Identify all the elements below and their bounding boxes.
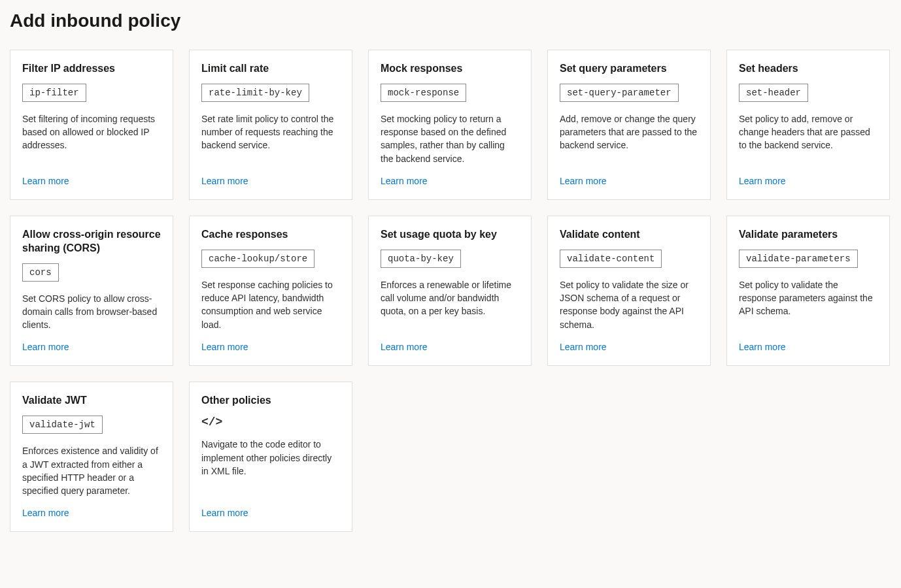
policy-title: Validate JWT <box>22 394 161 408</box>
policy-code-tag: rate-limit-by-key <box>201 84 309 102</box>
policy-title: Set headers <box>739 62 877 76</box>
policy-code-tag: validate-content <box>560 250 662 268</box>
policy-card-limit-call-rate[interactable]: Limit call rate rate-limit-by-key Set ra… <box>189 50 352 200</box>
policy-card-set-usage-quota-by-key[interactable]: Set usage quota by key quota-by-key Enfo… <box>368 216 532 366</box>
policy-description: Navigate to the code editor to implement… <box>201 438 340 497</box>
policy-card-validate-parameters[interactable]: Validate parameters validate-parameters … <box>726 216 890 366</box>
policy-title: Cache responses <box>201 228 340 242</box>
policy-title: Set query parameters <box>560 62 698 76</box>
policy-code-tag: quota-by-key <box>381 250 461 268</box>
policy-description: Set policy to validate the size or JSON … <box>560 278 698 332</box>
policy-description: Set response caching policies to reduce … <box>201 278 340 332</box>
learn-more-link[interactable]: Learn more <box>201 342 340 352</box>
policy-description: Set policy to add, remove or change head… <box>739 112 877 165</box>
policy-card-validate-content[interactable]: Validate content validate-content Set po… <box>547 216 711 366</box>
policy-description: Set filtering of incoming requests based… <box>22 112 161 165</box>
policy-description: Enforces a renewable or lifetime call vo… <box>381 278 519 332</box>
policy-code-tag: cors <box>22 263 59 282</box>
learn-more-link[interactable]: Learn more <box>560 342 698 352</box>
policy-title: Mock responses <box>381 62 519 76</box>
policy-code-tag: set-header <box>739 84 808 102</box>
policy-code-tag: mock-response <box>381 84 466 102</box>
policy-title: Set usage quota by key <box>381 228 519 242</box>
learn-more-link[interactable]: Learn more <box>201 176 340 186</box>
policy-card-set-headers[interactable]: Set headers set-header Set policy to add… <box>726 50 890 200</box>
policy-description: Set CORS policy to allow cross-domain ca… <box>22 292 161 332</box>
policy-code-tag: validate-parameters <box>739 250 858 268</box>
page-title: Add inbound policy <box>10 10 891 31</box>
policy-title: Other policies <box>201 394 340 408</box>
code-editor-icon: </> <box>201 416 340 429</box>
policy-title: Allow cross-origin resource sharing (COR… <box>22 228 161 255</box>
learn-more-link[interactable]: Learn more <box>560 176 698 186</box>
policy-card-filter-ip-addresses[interactable]: Filter IP addresses ip-filter Set filter… <box>10 50 173 200</box>
policy-card-validate-jwt[interactable]: Validate JWT validate-jwt Enforces exist… <box>10 382 173 532</box>
learn-more-link[interactable]: Learn more <box>22 342 161 352</box>
policy-code-tag: validate-jwt <box>22 416 103 434</box>
policy-description: Set rate limit policy to control the num… <box>201 112 340 165</box>
policy-description: Set policy to validate the response para… <box>739 278 877 332</box>
policy-card-cache-responses[interactable]: Cache responses cache-lookup/store Set r… <box>189 216 352 366</box>
policy-code-tag: ip-filter <box>22 84 86 102</box>
policy-card-other-policies[interactable]: Other policies </> Navigate to the code … <box>189 382 352 532</box>
learn-more-link[interactable]: Learn more <box>201 508 340 518</box>
policy-title: Validate content <box>560 228 698 242</box>
policy-description: Enforces existence and validity of a JWT… <box>22 444 161 497</box>
learn-more-link[interactable]: Learn more <box>381 176 519 186</box>
policy-title: Validate parameters <box>739 228 877 242</box>
policy-description: Add, remove or change the query paramete… <box>560 112 698 165</box>
policy-code-tag: set-query-parameter <box>560 84 679 102</box>
policy-card-mock-responses[interactable]: Mock responses mock-response Set mocking… <box>368 50 532 200</box>
policy-description: Set mocking policy to return a response … <box>381 112 519 165</box>
learn-more-link[interactable]: Learn more <box>22 176 161 186</box>
policy-code-tag: cache-lookup/store <box>201 250 314 268</box>
learn-more-link[interactable]: Learn more <box>381 342 519 352</box>
learn-more-link[interactable]: Learn more <box>739 176 877 186</box>
learn-more-link[interactable]: Learn more <box>739 342 877 352</box>
policy-title: Filter IP addresses <box>22 62 161 76</box>
policy-grid: Filter IP addresses ip-filter Set filter… <box>10 50 891 532</box>
policy-card-set-query-parameters[interactable]: Set query parameters set-query-parameter… <box>547 50 711 200</box>
learn-more-link[interactable]: Learn more <box>22 508 161 518</box>
policy-card-cors[interactable]: Allow cross-origin resource sharing (COR… <box>10 216 173 366</box>
policy-title: Limit call rate <box>201 62 340 76</box>
